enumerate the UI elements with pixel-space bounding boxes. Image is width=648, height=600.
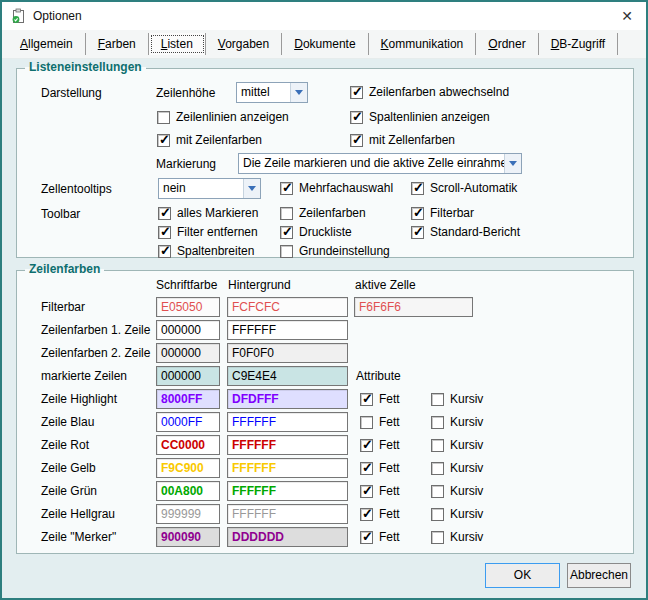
zeilenhoehe-dropdown[interactable]: mittel xyxy=(236,82,308,103)
checkbox-fett-rot[interactable]: Fett xyxy=(360,438,400,452)
hintergrund-field-gelb[interactable]: FFFFFF xyxy=(227,458,348,478)
group-zeilenfarben: Zeilenfarben Schriftfarbe Hintergrund ak… xyxy=(16,270,634,554)
checkbox-box xyxy=(280,207,293,220)
checkbox-zeilenfarben-toolbar[interactable]: Zeilenfarben xyxy=(280,206,366,220)
tab-allgemein[interactable]: Allgemein xyxy=(8,33,86,55)
tab-db-zugriff[interactable]: DB-Zugriff xyxy=(539,33,618,55)
schriftfarbe-field-blau[interactable]: 0000FF xyxy=(156,412,220,432)
row-label: Zeile Highlight xyxy=(41,392,117,406)
checkbox-label: Spaltenlinien anzeigen xyxy=(369,110,490,124)
markierung-label: Markierung xyxy=(156,157,216,171)
checkbox-standard-bericht[interactable]: Standard-Bericht xyxy=(411,225,520,239)
hintergrund-field-zeile1[interactable]: FFFFFF xyxy=(227,320,348,340)
row-label: Zeile Gelb xyxy=(41,461,96,475)
schriftfarbe-field-zeile1[interactable]: 000000 xyxy=(156,320,220,340)
checkbox-label: Kursiv xyxy=(450,484,483,498)
checkbox-label: Kursiv xyxy=(450,415,483,429)
checkbox-filter-entfernen[interactable]: Filter entfernen xyxy=(158,225,258,239)
aktive-zelle-field-filterbar[interactable]: F6F6F6 xyxy=(354,297,473,317)
checkbox-scroll-automatik[interactable]: Scroll-Automatik xyxy=(411,181,517,195)
checkbox-label: alles Markieren xyxy=(177,206,258,220)
checkbox-label: mit Zellenfarben xyxy=(369,133,455,147)
hintergrund-field-blau[interactable]: FFFFFF xyxy=(227,412,348,432)
checkbox-fett-gelb[interactable]: Fett xyxy=(360,461,400,475)
tab-kommunikation[interactable]: Kommunikation xyxy=(369,33,477,55)
markierung-dropdown[interactable]: Die Zeile markieren und die aktive Zelle… xyxy=(238,153,522,174)
hintergrund-field-merker[interactable]: DDDDDD xyxy=(227,527,348,547)
checkbox-box xyxy=(360,485,373,498)
schriftfarbe-field-markierte[interactable]: 000000 xyxy=(156,366,220,386)
schriftfarbe-field-highlight[interactable]: 8000FF xyxy=(156,389,220,409)
checkbox-fett-merker[interactable]: Fett xyxy=(360,530,400,544)
schriftfarbe-field-zeile2[interactable]: 000000 xyxy=(156,343,220,363)
checkbox-box xyxy=(411,226,424,239)
checkbox-label: Scroll-Automatik xyxy=(430,181,517,195)
checkbox-filterbar[interactable]: Filterbar xyxy=(411,206,474,220)
hintergrund-field-gruen[interactable]: FFFFFF xyxy=(227,481,348,501)
checkbox-mit-zeilenfarben[interactable]: mit Zeilenfarben xyxy=(157,133,262,147)
cancel-button[interactable]: Abbrechen xyxy=(567,563,631,588)
hintergrund-field-highlight[interactable]: DFDFFF xyxy=(227,389,348,409)
checkbox-spaltenbreiten[interactable]: Spaltenbreiten xyxy=(158,244,254,258)
column-header-aktive-zelle: aktive Zelle xyxy=(355,278,416,292)
checkbox-label: Fett xyxy=(379,392,400,406)
checkbox-kursiv-blau[interactable]: Kursiv xyxy=(431,415,483,429)
checkbox-label: Kursiv xyxy=(450,461,483,475)
checkbox-fett-highlight[interactable]: Fett xyxy=(360,392,400,406)
tab-ordner[interactable]: Ordner xyxy=(476,33,538,55)
checkbox-kursiv-highlight[interactable]: Kursiv xyxy=(431,392,483,406)
tab-dokumente[interactable]: Dokumente xyxy=(282,33,368,55)
checkbox-alles-markieren[interactable]: alles Markieren xyxy=(158,206,258,220)
hintergrund-field-rot[interactable]: FFFFFF xyxy=(227,435,348,455)
checkbox-kursiv-hellgrau[interactable]: Kursiv xyxy=(431,507,483,521)
schriftfarbe-field-rot[interactable]: CC0000 xyxy=(156,435,220,455)
chevron-down-icon xyxy=(243,179,260,198)
options-dialog: Optionen ✕ Allgemein Farben Listen Vorga… xyxy=(0,0,648,600)
checkbox-grundeinstellung[interactable]: Grundeinstellung xyxy=(280,244,390,258)
schriftfarbe-field-hellgrau[interactable]: 999999 xyxy=(156,504,220,524)
checkbox-fett-blau[interactable]: Fett xyxy=(360,415,400,429)
hintergrund-field-markierte[interactable]: C9E4E4 xyxy=(227,366,348,386)
row-label: Zeilenfarben 1. Zeile xyxy=(41,323,150,337)
checkbox-kursiv-gruen[interactable]: Kursiv xyxy=(431,484,483,498)
checkbox-box xyxy=(360,508,373,521)
tab-mnemonic: K xyxy=(381,37,389,51)
schriftfarbe-field-gruen[interactable]: 00A800 xyxy=(156,481,220,501)
row-label: Zeile Rot xyxy=(41,438,89,452)
checkbox-label: Zeilenfarben abwechselnd xyxy=(369,85,509,99)
checkbox-druckliste[interactable]: Druckliste xyxy=(280,225,352,239)
titlebar: Optionen ✕ xyxy=(2,2,646,30)
schriftfarbe-field-gelb[interactable]: F9C900 xyxy=(156,458,220,478)
tab-farben[interactable]: Farben xyxy=(86,33,149,55)
tab-listen[interactable]: Listen xyxy=(149,33,206,55)
checkbox-fett-hellgrau[interactable]: Fett xyxy=(360,507,400,521)
checkbox-mit-zellenfarben[interactable]: mit Zellenfarben xyxy=(350,133,455,147)
clipboard-icon xyxy=(10,8,26,24)
checkbox-kursiv-rot[interactable]: Kursiv xyxy=(431,438,483,452)
checkbox-box xyxy=(360,393,373,406)
checkbox-spaltenlinien-anzeigen[interactable]: Spaltenlinien anzeigen xyxy=(350,110,490,124)
row-label: Zeile Blau xyxy=(41,415,94,429)
checkbox-label: Fett xyxy=(379,415,400,429)
checkbox-kursiv-merker[interactable]: Kursiv xyxy=(431,530,483,544)
zellentooltips-dropdown[interactable]: nein xyxy=(158,178,261,199)
tab-vorgaben[interactable]: Vorgaben xyxy=(206,33,282,55)
checkbox-zeilenfarben-abwechselnd[interactable]: Zeilenfarben abwechselnd xyxy=(350,85,509,99)
tab-label-rest: llgemein xyxy=(28,37,73,51)
checkbox-zeilenlinien-anzeigen[interactable]: Zeilenlinien anzeigen xyxy=(157,110,289,124)
close-icon[interactable]: ✕ xyxy=(616,8,638,24)
tab-mnemonic: O xyxy=(488,37,497,51)
schriftfarbe-field-filterbar[interactable]: E05050 xyxy=(156,297,220,317)
hintergrund-field-zeile2[interactable]: F0F0F0 xyxy=(227,343,348,363)
group-title-zeilenfarben: Zeilenfarben xyxy=(25,262,104,276)
hintergrund-field-hellgrau[interactable]: FFFFFF xyxy=(227,504,348,524)
checkbox-fett-gruen[interactable]: Fett xyxy=(360,484,400,498)
checkbox-kursiv-gelb[interactable]: Kursiv xyxy=(431,461,483,475)
tab-label-rest: okumente xyxy=(303,37,356,51)
ok-button[interactable]: OK xyxy=(485,563,560,588)
checkbox-mehrfachauswahl[interactable]: Mehrfachauswahl xyxy=(280,181,393,195)
tab-mnemonic: D xyxy=(294,37,303,51)
hintergrund-field-filterbar[interactable]: FCFCFC xyxy=(227,297,348,317)
schriftfarbe-field-merker[interactable]: 900090 xyxy=(156,527,220,547)
checkbox-label: Filter entfernen xyxy=(177,225,258,239)
